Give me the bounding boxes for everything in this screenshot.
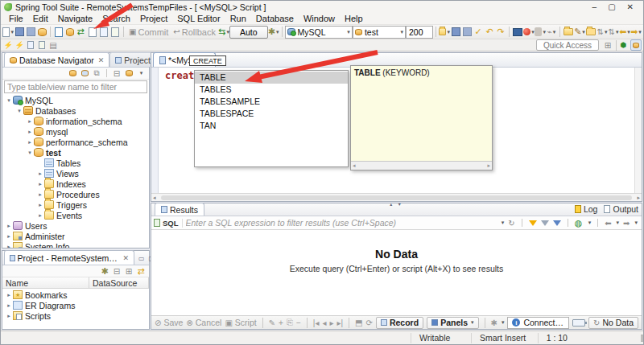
add-row-icon[interactable]: +	[279, 318, 283, 327]
refresh-icon[interactable]: ↻	[508, 219, 514, 228]
scroll-right-icon[interactable]: ▸	[635, 195, 642, 201]
nav-forward-caret-icon[interactable]: ▾	[634, 220, 638, 226]
menu-help[interactable]: Help	[340, 13, 368, 24]
tree-item-bookmarks[interactable]: ▸Bookmarks	[2, 290, 149, 300]
recent-sql-editor-icon[interactable]	[64, 27, 76, 38]
java-perspective-icon[interactable]: ⬢	[619, 39, 630, 51]
undo-icon[interactable]: ↶	[484, 27, 495, 38]
commit-button[interactable]: ▣Commit	[126, 27, 171, 37]
info-horizontal-scrollbar[interactable]: ◂▸	[351, 161, 492, 170]
scroll-left-icon[interactable]: ◂	[151, 195, 158, 201]
output-button[interactable]: Output	[604, 204, 638, 214]
completion-item-tablespace[interactable]: TABLESPACE	[195, 108, 348, 120]
expander-icon[interactable]: ▸	[5, 313, 13, 319]
script-button[interactable]: ▣Script	[225, 318, 256, 327]
format-icon[interactable]: ✓	[473, 27, 484, 38]
tree-item-procedures[interactable]: ▸Procedures	[2, 189, 149, 199]
completion-item-table[interactable]: TABLE	[195, 72, 348, 84]
duplicate-row-icon[interactable]: ⎘	[287, 318, 293, 327]
expander-icon[interactable]: ▾	[26, 150, 34, 156]
column-name[interactable]: Name	[2, 277, 89, 288]
expander-icon[interactable]: ▸	[36, 170, 44, 177]
tree-item-databases[interactable]: ▾Databases	[2, 105, 149, 116]
expander-icon[interactable]: ▸	[5, 292, 13, 298]
dbeaver-perspective-icon[interactable]	[630, 39, 642, 51]
new-script-icon[interactable]	[87, 27, 98, 38]
rollback-button[interactable]: ↩Rollback	[171, 27, 218, 37]
tree-item-er-diagrams[interactable]: ▸ER Diagrams	[2, 300, 149, 310]
nav-link-icon[interactable]: ⧉	[92, 68, 101, 78]
panels-button[interactable]: Panels▾	[427, 317, 478, 329]
completion-item-tables[interactable]: TABLES	[195, 84, 348, 96]
expander-icon[interactable]: ▸	[36, 212, 44, 219]
view-menu-icon[interactable]: ▾	[136, 68, 146, 78]
tree-item-views[interactable]: ▸Views	[2, 168, 149, 179]
proj-settings-icon[interactable]: ✱	[100, 266, 109, 276]
open-resource-icon[interactable]	[585, 27, 597, 38]
apply-filter-icon[interactable]	[529, 220, 537, 226]
row-count-button[interactable]: ↻No Data	[588, 317, 638, 329]
fetch-size-input[interactable]	[406, 26, 433, 39]
editor-vertical-scrollbar[interactable]	[634, 68, 642, 193]
save-file-icon[interactable]	[450, 27, 461, 38]
expander-icon[interactable]: ▸	[5, 302, 13, 309]
menu-window[interactable]: Window	[299, 13, 340, 24]
data-settings-caret-icon[interactable]: ▾	[588, 220, 592, 226]
run-icon[interactable]: ▾	[523, 27, 535, 38]
export-result-icon[interactable]	[36, 39, 47, 51]
tree-item-system-info[interactable]: ▸System Info	[2, 241, 149, 248]
save-all-icon[interactable]	[25, 27, 36, 38]
annotate-icon[interactable]: ✎▾	[574, 27, 585, 38]
expander-icon[interactable]: ▸	[26, 129, 34, 135]
tree-item-performance_schema[interactable]: ▸performance_schema	[2, 137, 149, 147]
menu-database[interactable]: Database	[251, 13, 299, 24]
refresh-db-icon[interactable]	[36, 27, 47, 38]
database-combo[interactable]: test▾	[353, 26, 406, 39]
explain-plan-icon[interactable]	[25, 39, 36, 51]
minimize-button[interactable]: –	[592, 2, 597, 11]
completion-item-tablesample[interactable]: TABLESAMPLE	[195, 96, 348, 108]
back-icon[interactable]: ⬅▾	[619, 27, 630, 38]
tree-item-users[interactable]: ▸Users	[2, 220, 149, 231]
nav-forward-icon[interactable]: ➡	[623, 219, 630, 228]
execute-script-icon[interactable]: ⚡	[14, 39, 25, 51]
close-button[interactable]: ✕	[627, 2, 634, 11]
previous-row-icon[interactable]: ◂	[322, 318, 326, 327]
expander-icon[interactable]: ▸	[36, 202, 44, 208]
forward-icon[interactable]: ➡▾	[630, 27, 642, 38]
new-sql-editor-icon[interactable]	[53, 27, 64, 38]
tab-database-navigator[interactable]: Database Navigator✕	[4, 52, 109, 67]
minimize-view-icon[interactable]: ▭	[138, 255, 145, 262]
tree-item-mysql[interactable]: ▸mysql	[2, 126, 149, 137]
stop-icon[interactable]: ▾	[535, 27, 546, 38]
expander-icon[interactable]: ▸	[26, 139, 34, 146]
expander-icon[interactable]: ▸	[5, 244, 13, 248]
nav-new-connection-icon[interactable]	[80, 68, 89, 78]
connection-combo[interactable]: MySQL▾	[285, 26, 353, 39]
nav-back-icon[interactable]: ⬅	[605, 219, 611, 228]
column-datasource[interactable]: DataSource	[89, 277, 149, 288]
delete-row-icon[interactable]: −	[296, 318, 301, 327]
tree-item-mysql[interactable]: ▾MySQL	[2, 95, 149, 105]
auto-commit-button[interactable]: Auto	[229, 26, 268, 39]
first-row-icon[interactable]: |◂	[313, 318, 320, 327]
maximize-button[interactable]: ▢	[608, 2, 615, 11]
analyze-icon[interactable]: ▤	[47, 39, 59, 51]
quick-access-box[interactable]: Quick Access	[536, 39, 599, 51]
completion-item-tan[interactable]: TAN	[195, 120, 348, 132]
open-script-icon[interactable]	[98, 27, 109, 38]
expander-icon[interactable]: ▸	[26, 118, 34, 125]
proj-collapse-all-icon[interactable]: ⊟	[112, 266, 122, 276]
fetch-page-icon[interactable]: ⬒	[355, 318, 362, 327]
editor-results-sash[interactable]: ▴ ▾	[390, 201, 403, 207]
cancel-button[interactable]: ⊗Cancel	[186, 318, 221, 327]
redo-icon[interactable]: ↷	[495, 27, 506, 38]
expander-icon[interactable]: ▾	[5, 97, 13, 104]
nav-collapse-all-icon[interactable]: ⊟	[112, 68, 122, 78]
last-row-icon[interactable]: ▸|	[336, 318, 343, 327]
execute-statement-icon[interactable]: ⚡	[2, 39, 14, 51]
tab-close-icon[interactable]: ✕	[98, 56, 105, 64]
new-wizard-icon[interactable]: ▾	[2, 27, 14, 38]
proj-expand-all-icon[interactable]: ⊞	[124, 266, 134, 276]
tree-item-scripts[interactable]: ▸Scripts	[2, 310, 149, 321]
